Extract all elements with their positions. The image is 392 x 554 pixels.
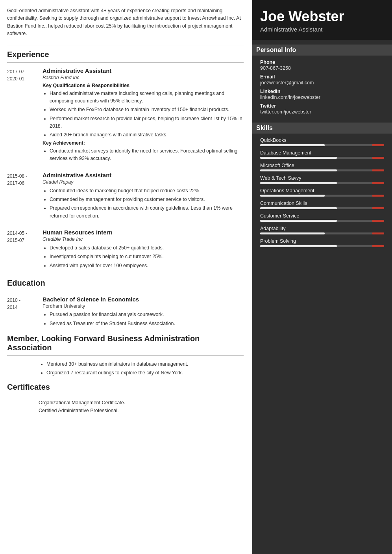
education-bullets: Pursued a passion for financial analysis… xyxy=(43,311,175,327)
skill-bar-accent xyxy=(372,220,385,222)
skill-bar-accent xyxy=(372,195,385,197)
skill-block: Customer Service xyxy=(260,213,384,222)
experience-bullet-item: Commended by management for providing cu… xyxy=(50,196,244,203)
linkedin-label: LinkedIn xyxy=(260,89,384,94)
skill-bar-fill xyxy=(260,207,337,209)
member-section-title: Member, Looking Forward Business Adminis… xyxy=(7,334,244,352)
experience-bullets: Handled administrative matters including… xyxy=(43,90,244,139)
education-section-title: Education xyxy=(7,279,244,288)
experience-bullets: Contributed ideas to marketing budget th… xyxy=(43,187,244,220)
linkedin-value: linkedin.com/in/joezwebster xyxy=(260,95,384,100)
skill-block: QuickBooks xyxy=(260,138,384,146)
candidate-job-title: Administrative Assistant xyxy=(260,26,384,33)
education-date: 2010 - 2014 xyxy=(7,296,43,329)
skills-section: Skills QuickBooksDatabase ManagementMicr… xyxy=(252,118,392,253)
education-school: Fordham University xyxy=(43,303,175,309)
skill-block: Operations Management xyxy=(260,188,384,197)
experience-title: Administrative Assistant xyxy=(43,67,244,74)
experience-subheading: Key Qualifications & Responsibilities xyxy=(43,83,244,88)
skill-bar-accent xyxy=(372,232,385,234)
skill-bar-background xyxy=(260,220,384,222)
skill-bar-accent xyxy=(372,144,385,146)
experience-section-title: Experience xyxy=(7,50,244,59)
skill-name: Customer Service xyxy=(260,213,384,219)
skill-name: Microsoft Office xyxy=(260,163,384,168)
certificate-item: Organizational Management Certificate. xyxy=(7,400,244,405)
education-bullet-item: Served as Treasurer of the Student Busin… xyxy=(50,320,175,327)
skill-bar-fill xyxy=(260,144,325,146)
skill-bar-background xyxy=(260,144,384,146)
skill-bar-fill xyxy=(260,182,337,184)
skill-block: Database Management xyxy=(260,150,384,159)
right-column: Joe Webster Administrative Assistant Per… xyxy=(252,0,392,554)
experience-detail: Administrative AssistantBastion Fund Inc… xyxy=(43,67,244,164)
email-value: joezwebster@gmail.com xyxy=(260,80,384,86)
experience-title: Human Resources Intern xyxy=(43,229,244,236)
skill-bar-fill xyxy=(260,195,325,197)
experience-bullet-item: Developed a sales database of 250+ quali… xyxy=(50,244,244,252)
experience-company: Citadel Repay xyxy=(43,179,244,185)
skill-bar-fill xyxy=(260,169,337,171)
skills-title: Skills xyxy=(252,123,392,134)
member-bullet-item: Organized 7 restaurant outings to explor… xyxy=(46,369,244,377)
skill-block: Adaptability xyxy=(260,226,384,234)
candidate-name: Joe Webster xyxy=(260,9,384,24)
experience-bullet-item: Prepared correspondence in accordance wi… xyxy=(50,204,244,220)
certificate-item: Certified Administrative Professional. xyxy=(7,408,244,413)
experience-date: 2015-08 - 2017-06 xyxy=(7,172,43,221)
experience-bullet-item: Contributed ideas to marketing budget th… xyxy=(50,187,244,195)
skill-bar-fill xyxy=(260,245,337,247)
right-header: Joe Webster Administrative Assistant xyxy=(252,0,392,40)
experience-bullet-item: Worked with the FoxPro database to maint… xyxy=(50,106,244,113)
experience-bullets: Conducted market surveys to identify the… xyxy=(43,147,244,163)
skill-name: Adaptability xyxy=(260,226,384,231)
experience-bullets: Developed a sales database of 250+ quali… xyxy=(43,244,244,270)
summary-text: Goal-oriented administrative assistant w… xyxy=(7,7,244,38)
education-bullet-item: Pursued a passion for financial analysis… xyxy=(50,311,175,318)
education-degree: Bachelor of Science in Economics xyxy=(43,296,175,303)
experience-bullet-item: Investigated complaints helping to cut t… xyxy=(50,253,244,260)
experience-subheading: Key Achievement: xyxy=(43,140,244,146)
skill-block: Communication Skills xyxy=(260,201,384,209)
skill-bar-background xyxy=(260,245,384,247)
skill-block: Microsoft Office xyxy=(260,163,384,171)
education-detail: Bachelor of Science in EconomicsFordham … xyxy=(43,296,175,329)
skill-bar-background xyxy=(260,232,384,234)
experience-block: 2014-05 - 2015-07Human Resources InternC… xyxy=(7,229,244,271)
skill-bar-fill xyxy=(260,232,325,234)
skill-bar-background xyxy=(260,157,384,159)
education-block: 2010 - 2014Bachelor of Science in Econom… xyxy=(7,296,244,329)
experience-company: Credible Trade Inc xyxy=(43,236,244,242)
skill-bar-accent xyxy=(372,207,385,209)
twitter-value: twitter.com/joezwebster xyxy=(260,109,384,115)
skill-block: Problem Solving xyxy=(260,238,384,247)
skill-bar-fill xyxy=(260,220,337,222)
experience-detail: Administrative AssistantCitadel RepayCon… xyxy=(43,172,244,221)
phone-value: 907-867-3258 xyxy=(260,65,384,71)
personal-info-section: Personal Info Phone 907-867-3258 E-mail … xyxy=(252,40,392,118)
skill-block: Web & Tech Savvy xyxy=(260,175,384,184)
skill-name: Web & Tech Savvy xyxy=(260,175,384,181)
experience-block: 2015-08 - 2017-06Administrative Assistan… xyxy=(7,172,244,221)
experience-detail: Human Resources InternCredible Trade Inc… xyxy=(43,229,244,271)
experience-bullet-item: Performed market research to provide fai… xyxy=(50,115,244,130)
experience-title: Administrative Assistant xyxy=(43,172,244,178)
skill-bar-background xyxy=(260,207,384,209)
skill-name: Database Management xyxy=(260,150,384,156)
skill-bar-fill xyxy=(260,157,337,159)
left-column: Goal-oriented administrative assistant w… xyxy=(0,0,252,554)
phone-label: Phone xyxy=(260,59,384,65)
email-label: E-mail xyxy=(260,74,384,80)
personal-info-title: Personal Info xyxy=(252,45,392,56)
experience-company: Bastion Fund Inc xyxy=(43,75,244,80)
skill-bar-accent xyxy=(372,182,385,184)
skill-bar-background xyxy=(260,182,384,184)
skill-name: QuickBooks xyxy=(260,138,384,143)
twitter-label: Twitter xyxy=(260,103,384,109)
experience-bullet-item: Handled administrative matters including… xyxy=(50,90,244,105)
skill-bar-accent xyxy=(372,169,385,171)
skill-bar-accent xyxy=(372,245,385,247)
skill-name: Problem Solving xyxy=(260,238,384,244)
experience-bullet-item: Conducted market surveys to identify the… xyxy=(50,147,244,163)
experience-date: 2014-05 - 2015-07 xyxy=(7,229,43,271)
